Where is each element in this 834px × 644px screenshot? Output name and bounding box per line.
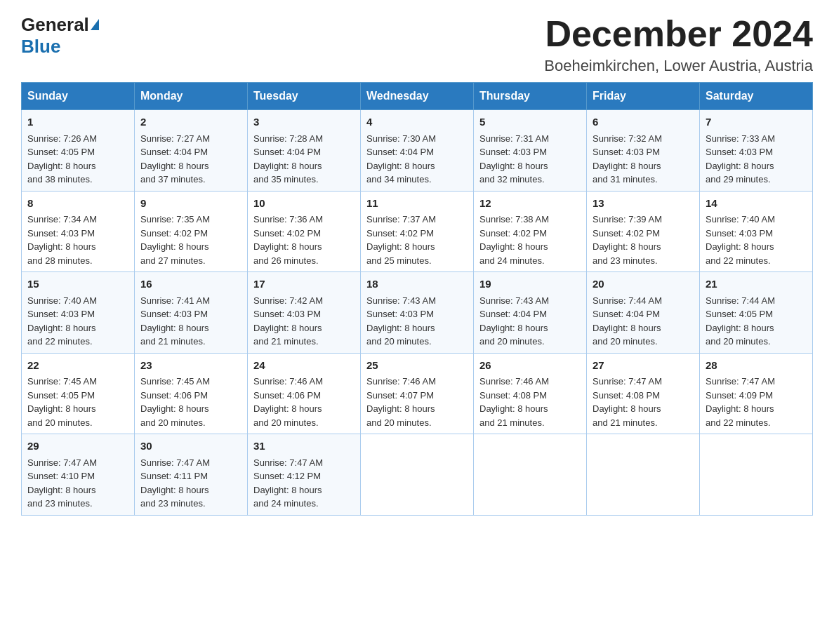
day-info: Sunrise: 7:34 AMSunset: 4:03 PMDaylight:…: [27, 214, 97, 266]
day-info: Sunrise: 7:40 AMSunset: 4:03 PMDaylight:…: [27, 295, 97, 347]
location-title: Boeheimkirchen, Lower Austria, Austria: [544, 57, 813, 75]
logo-blue-line: Blue: [21, 36, 60, 58]
calendar-day-header: Tuesday: [248, 83, 361, 110]
day-info: Sunrise: 7:46 AMSunset: 4:08 PMDaylight:…: [479, 376, 549, 428]
day-number: 2: [140, 114, 241, 130]
logo-blue-text: Blue: [21, 36, 60, 57]
calendar-week-row: 1 Sunrise: 7:26 AMSunset: 4:05 PMDayligh…: [22, 110, 813, 192]
day-info: Sunrise: 7:47 AMSunset: 4:09 PMDaylight:…: [706, 376, 775, 428]
day-number: 17: [253, 276, 355, 293]
logo: General: [21, 14, 99, 36]
day-number: 25: [366, 358, 468, 374]
day-number: 21: [706, 276, 807, 293]
day-number: 8: [27, 196, 128, 212]
calendar-cell: 23 Sunrise: 7:45 AMSunset: 4:06 PMDaylig…: [135, 353, 248, 434]
day-info: Sunrise: 7:35 AMSunset: 4:02 PMDaylight:…: [140, 214, 210, 266]
title-area: December 2024 Boeheimkirchen, Lower Aust…: [544, 14, 813, 75]
day-info: Sunrise: 7:37 AMSunset: 4:02 PMDaylight:…: [366, 214, 436, 266]
day-number: 7: [706, 114, 807, 130]
day-info: Sunrise: 7:47 AMSunset: 4:11 PMDaylight:…: [140, 457, 210, 509]
calendar-cell: 25 Sunrise: 7:46 AMSunset: 4:07 PMDaylig…: [361, 353, 474, 434]
day-number: 13: [593, 196, 694, 212]
calendar-cell: [361, 434, 474, 516]
calendar-day-header: Thursday: [474, 83, 587, 110]
day-number: 20: [593, 276, 694, 293]
day-info: Sunrise: 7:33 AMSunset: 4:03 PMDaylight:…: [706, 133, 775, 185]
calendar-cell: 26 Sunrise: 7:46 AMSunset: 4:08 PMDaylig…: [474, 353, 587, 434]
day-number: 31: [253, 438, 355, 455]
page-header: General Blue December 2024 Boeheimkirche…: [21, 14, 813, 75]
calendar-week-row: 29 Sunrise: 7:47 AMSunset: 4:10 PMDaylig…: [22, 434, 813, 516]
day-info: Sunrise: 7:32 AMSunset: 4:03 PMDaylight:…: [593, 133, 662, 185]
calendar-cell: 3 Sunrise: 7:28 AMSunset: 4:04 PMDayligh…: [248, 110, 361, 192]
calendar-cell: 29 Sunrise: 7:47 AMSunset: 4:10 PMDaylig…: [22, 434, 135, 516]
day-number: 4: [366, 114, 468, 130]
calendar-cell: 15 Sunrise: 7:40 AMSunset: 4:03 PMDaylig…: [22, 272, 135, 354]
day-number: 18: [366, 276, 468, 293]
calendar-table: SundayMondayTuesdayWednesdayThursdayFrid…: [21, 82, 813, 516]
day-info: Sunrise: 7:45 AMSunset: 4:06 PMDaylight:…: [140, 376, 210, 428]
calendar-cell: 28 Sunrise: 7:47 AMSunset: 4:09 PMDaylig…: [700, 353, 813, 434]
calendar-cell: 7 Sunrise: 7:33 AMSunset: 4:03 PMDayligh…: [700, 110, 813, 192]
calendar-cell: 11 Sunrise: 7:37 AMSunset: 4:02 PMDaylig…: [361, 191, 474, 272]
month-title: December 2024: [544, 14, 813, 54]
calendar-cell: 1 Sunrise: 7:26 AMSunset: 4:05 PMDayligh…: [22, 110, 135, 192]
day-info: Sunrise: 7:45 AMSunset: 4:05 PMDaylight:…: [27, 376, 97, 428]
calendar-header: SundayMondayTuesdayWednesdayThursdayFrid…: [22, 83, 813, 110]
calendar-cell: 14 Sunrise: 7:40 AMSunset: 4:03 PMDaylig…: [700, 191, 813, 272]
day-info: Sunrise: 7:39 AMSunset: 4:02 PMDaylight:…: [593, 214, 662, 266]
day-number: 11: [366, 196, 468, 212]
calendar-cell: 20 Sunrise: 7:44 AMSunset: 4:04 PMDaylig…: [587, 272, 700, 354]
calendar-cell: [587, 434, 700, 516]
calendar-cell: 18 Sunrise: 7:43 AMSunset: 4:03 PMDaylig…: [361, 272, 474, 354]
day-number: 10: [253, 196, 355, 212]
day-number: 6: [593, 114, 694, 130]
calendar-cell: 5 Sunrise: 7:31 AMSunset: 4:03 PMDayligh…: [474, 110, 587, 192]
logo-area: General Blue: [21, 14, 99, 58]
logo-general-text: General: [21, 14, 89, 36]
calendar-cell: 12 Sunrise: 7:38 AMSunset: 4:02 PMDaylig…: [474, 191, 587, 272]
calendar-day-header: Sunday: [22, 83, 135, 110]
day-number: 9: [140, 196, 241, 212]
calendar-cell: 27 Sunrise: 7:47 AMSunset: 4:08 PMDaylig…: [587, 353, 700, 434]
calendar-cell: 22 Sunrise: 7:45 AMSunset: 4:05 PMDaylig…: [22, 353, 135, 434]
calendar-header-row: SundayMondayTuesdayWednesdayThursdayFrid…: [22, 83, 813, 110]
day-number: 29: [27, 438, 128, 455]
day-number: 14: [706, 196, 807, 212]
day-number: 26: [479, 358, 581, 374]
day-number: 1: [27, 114, 128, 130]
day-info: Sunrise: 7:26 AMSunset: 4:05 PMDaylight:…: [27, 133, 97, 185]
day-number: 16: [140, 276, 241, 293]
calendar-day-header: Saturday: [700, 83, 813, 110]
day-info: Sunrise: 7:31 AMSunset: 4:03 PMDaylight:…: [479, 133, 549, 185]
day-info: Sunrise: 7:27 AMSunset: 4:04 PMDaylight:…: [140, 133, 210, 185]
day-info: Sunrise: 7:28 AMSunset: 4:04 PMDaylight:…: [253, 133, 323, 185]
day-info: Sunrise: 7:30 AMSunset: 4:04 PMDaylight:…: [366, 133, 436, 185]
calendar-day-header: Wednesday: [361, 83, 474, 110]
calendar-week-row: 8 Sunrise: 7:34 AMSunset: 4:03 PMDayligh…: [22, 191, 813, 272]
calendar-cell: [700, 434, 813, 516]
day-info: Sunrise: 7:47 AMSunset: 4:12 PMDaylight:…: [253, 457, 323, 509]
day-number: 3: [253, 114, 355, 130]
day-number: 24: [253, 358, 355, 374]
day-info: Sunrise: 7:46 AMSunset: 4:07 PMDaylight:…: [366, 376, 436, 428]
day-number: 23: [140, 358, 241, 374]
day-info: Sunrise: 7:46 AMSunset: 4:06 PMDaylight:…: [253, 376, 323, 428]
calendar-cell: 16 Sunrise: 7:41 AMSunset: 4:03 PMDaylig…: [135, 272, 248, 354]
calendar-day-header: Monday: [135, 83, 248, 110]
calendar-day-header: Friday: [587, 83, 700, 110]
day-number: 28: [706, 358, 807, 374]
day-number: 15: [27, 276, 128, 293]
calendar-cell: 21 Sunrise: 7:44 AMSunset: 4:05 PMDaylig…: [700, 272, 813, 354]
day-info: Sunrise: 7:40 AMSunset: 4:03 PMDaylight:…: [706, 214, 775, 266]
day-info: Sunrise: 7:47 AMSunset: 4:08 PMDaylight:…: [593, 376, 662, 428]
calendar-cell: 4 Sunrise: 7:30 AMSunset: 4:04 PMDayligh…: [361, 110, 474, 192]
day-info: Sunrise: 7:43 AMSunset: 4:03 PMDaylight:…: [366, 295, 436, 347]
calendar-cell: 6 Sunrise: 7:32 AMSunset: 4:03 PMDayligh…: [587, 110, 700, 192]
calendar-cell: 17 Sunrise: 7:42 AMSunset: 4:03 PMDaylig…: [248, 272, 361, 354]
day-info: Sunrise: 7:42 AMSunset: 4:03 PMDaylight:…: [253, 295, 323, 347]
day-number: 27: [593, 358, 694, 374]
calendar-cell: 10 Sunrise: 7:36 AMSunset: 4:02 PMDaylig…: [248, 191, 361, 272]
calendar-cell: [474, 434, 587, 516]
calendar-week-row: 22 Sunrise: 7:45 AMSunset: 4:05 PMDaylig…: [22, 353, 813, 434]
